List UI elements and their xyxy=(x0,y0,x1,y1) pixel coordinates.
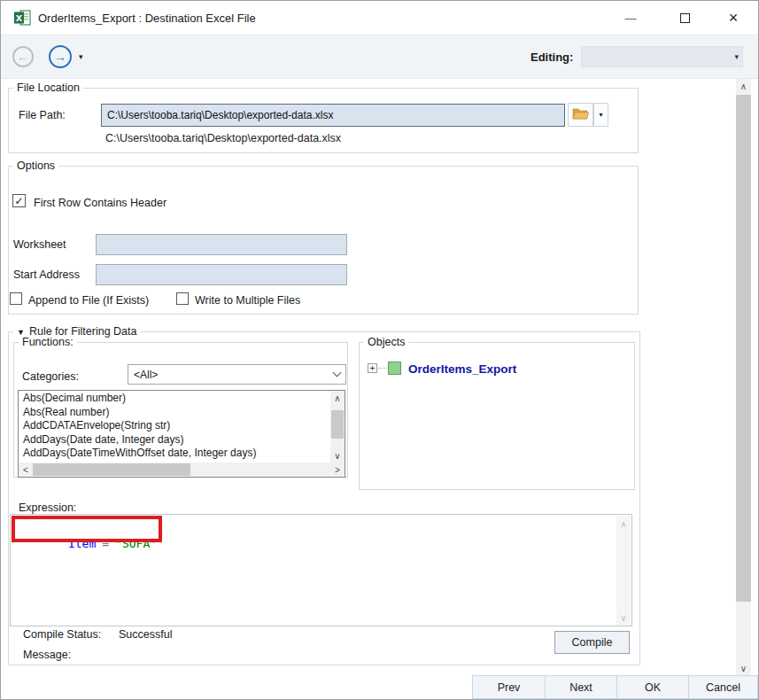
tree-object-icon xyxy=(388,362,401,375)
tree-expander-icon[interactable]: + xyxy=(368,363,377,373)
write-multiple-files-label: Write to Multiple Files xyxy=(195,294,300,307)
functions-scroll-right-icon[interactable]: > xyxy=(330,463,345,477)
close-icon[interactable]: × xyxy=(715,1,752,35)
objects-group-label: Objects xyxy=(364,337,408,349)
folder-icon xyxy=(572,107,589,123)
file-location-group-label: File Location xyxy=(13,82,83,95)
browse-dropdown-caret-icon[interactable]: ▾ xyxy=(593,103,608,127)
cancel-button[interactable]: Cancel xyxy=(688,675,758,699)
worksheet-input[interactable] xyxy=(97,235,346,254)
worksheet-input-wrap xyxy=(96,234,347,255)
list-item[interactable]: Abs(Real number) xyxy=(19,406,329,420)
editing-combobox[interactable]: ▾ xyxy=(581,46,743,67)
list-item[interactable]: AddCDATAEnvelope(String str) xyxy=(19,419,329,433)
file-path-label: File Path: xyxy=(19,109,66,121)
functions-scroll-down-icon[interactable]: ∨ xyxy=(330,448,345,463)
main-scroll-down-icon[interactable]: ∨ xyxy=(736,661,751,676)
start-address-label: Start Address xyxy=(13,268,80,281)
list-item[interactable]: AddDays(DateTimeWithOffset date, Integer… xyxy=(19,447,329,461)
ok-button[interactable]: OK xyxy=(616,675,689,699)
check-icon: ✓ xyxy=(14,196,23,206)
browse-folder-button[interactable] xyxy=(568,103,593,127)
list-item[interactable]: Abs(Decimal number) xyxy=(19,392,329,406)
functions-list: Abs(Decimal number)Abs(Real number)AddCD… xyxy=(19,392,329,462)
file-path-input-wrap xyxy=(101,104,565,127)
dialog-window: X OrderItems_Export : Destination Excel … xyxy=(0,0,759,700)
write-multiple-files-checkbox[interactable] xyxy=(176,292,189,305)
editing-label: Editing: xyxy=(531,51,573,65)
functions-listbox[interactable]: Abs(Decimal number)Abs(Real number)AddCD… xyxy=(18,390,345,478)
functions-group-label: Functions: xyxy=(19,337,77,349)
excel-app-icon: X xyxy=(14,9,32,30)
maximize-box-glyph xyxy=(680,13,690,23)
svg-text:X: X xyxy=(16,13,23,23)
functions-vscrollbar-thumb[interactable] xyxy=(331,410,344,439)
list-item[interactable]: AddDays(Date date, Integer days) xyxy=(19,433,329,447)
back-arrow-icon[interactable]: ← xyxy=(12,46,34,67)
categories-combobox-value: <All> xyxy=(134,369,158,381)
window-title: OrderItems_Export : Destination Excel Fi… xyxy=(38,12,256,25)
categories-combobox[interactable]: <All> xyxy=(128,364,346,385)
options-group-label: Options xyxy=(13,160,58,173)
compile-status-label: Compile Status: xyxy=(23,628,101,641)
first-row-header-checkbox[interactable]: ✓ xyxy=(12,194,26,207)
functions-hscrollbar-thumb[interactable] xyxy=(33,463,190,476)
minimize-icon[interactable]: — xyxy=(612,1,649,35)
file-path-echo-text: C:\Users\tooba.tariq\Desktop\exported-da… xyxy=(105,132,341,144)
functions-scroll-left-icon[interactable]: < xyxy=(19,463,33,477)
append-to-file-checkbox[interactable] xyxy=(10,292,22,305)
expression-label: Expression: xyxy=(19,502,76,514)
expression-vscrollbar[interactable]: ∧ ∨ xyxy=(616,516,631,626)
first-row-header-label: First Row Contains Header xyxy=(34,197,167,209)
maximize-icon[interactable] xyxy=(666,1,703,35)
tree-item-orderitems-export[interactable]: OrderItems_Export xyxy=(408,362,516,376)
start-address-input[interactable] xyxy=(97,265,346,284)
title-bar: X OrderItems_Export : Destination Excel … xyxy=(1,1,758,35)
functions-hscrollbar[interactable]: < > xyxy=(19,463,345,477)
expression-scroll-up-icon[interactable]: ∧ xyxy=(616,517,631,530)
compile-message-label: Message: xyxy=(23,649,71,661)
file-path-input[interactable] xyxy=(102,105,564,126)
compile-status-value: Successful xyxy=(119,628,172,641)
tree-connector-line xyxy=(378,368,387,369)
main-scrollbar-thumb[interactable] xyxy=(736,95,751,602)
main-scroll-up-icon[interactable]: ∧ xyxy=(736,79,751,94)
prev-button[interactable]: Prev xyxy=(472,675,546,699)
start-address-input-wrap xyxy=(96,264,347,285)
forward-arrow-icon[interactable]: → xyxy=(49,45,72,68)
editing-combobox-caret-icon: ▾ xyxy=(734,52,739,61)
categories-label: Categories: xyxy=(22,370,79,383)
forward-dropdown-caret-icon[interactable]: ▾ xyxy=(79,52,83,61)
red-annotation-box xyxy=(12,516,162,542)
categories-chevron-down-icon xyxy=(333,369,342,377)
functions-vscrollbar[interactable]: ∧ ∨ xyxy=(330,391,345,463)
append-to-file-label: Append to File (If Exists) xyxy=(28,294,149,307)
functions-scroll-up-icon[interactable]: ∧ xyxy=(330,391,345,405)
expression-scroll-down-icon[interactable]: ∨ xyxy=(616,611,631,624)
next-button[interactable]: Next xyxy=(545,675,617,699)
worksheet-label: Worksheet xyxy=(13,238,66,251)
compile-button[interactable]: Compile xyxy=(554,631,630,654)
